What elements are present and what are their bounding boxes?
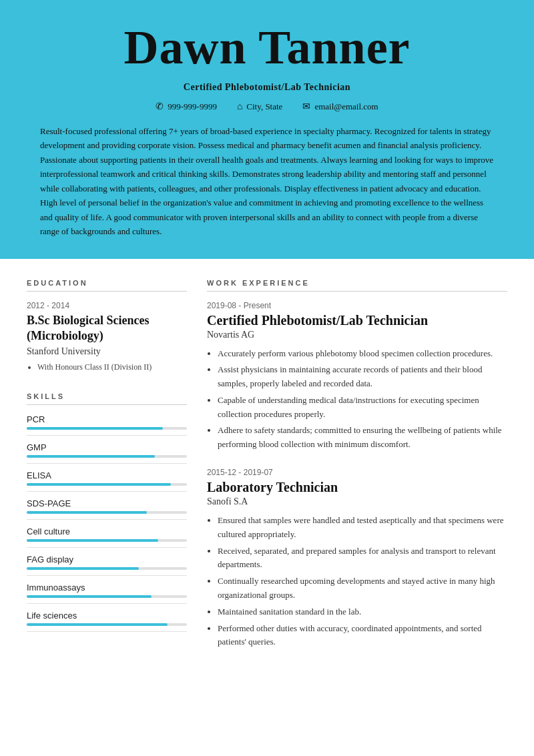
education-heading: EDUCATION: [27, 279, 187, 292]
skill-cell-culture: Cell culture: [27, 526, 187, 548]
email-text: email@email.com: [314, 101, 378, 112]
edu-school: Stanford University: [27, 346, 187, 357]
skill-sds-page: SDS-PAGE: [27, 498, 187, 520]
resume-body: EDUCATION 2012 - 2014 B.Sc Biological Sc…: [0, 259, 534, 686]
work-entry-1: 2019-08 - Present Certified Phlebotomist…: [207, 301, 507, 452]
location-contact: ⌂ City, State: [237, 101, 282, 112]
skill-life-sciences: Life sciences: [27, 611, 187, 632]
work-bullet: Received, separated, and prepared sample…: [218, 544, 507, 573]
work-bullets-2: Ensured that samples were handled and te…: [218, 514, 507, 649]
right-column: WORK EXPERIENCE 2019-08 - Present Certif…: [207, 279, 507, 666]
work-bullet: Maintained sanitation standard in the la…: [218, 605, 507, 619]
phone-contact: ✆ 999-999-9999: [156, 101, 217, 112]
contact-info: ✆ 999-999-9999 ⌂ City, State ✉ email@ema…: [40, 101, 494, 112]
work-title-1: Certified Phlebotomist/Lab Technician: [207, 313, 507, 328]
candidate-name: Dawn Tanner: [40, 20, 494, 75]
work-bullet: Assist physicians in maintaining accurat…: [218, 363, 507, 391]
phone-icon: ✆: [156, 101, 164, 112]
work-section: WORK EXPERIENCE 2019-08 - Present Certif…: [207, 279, 507, 650]
work-bullet: Performed other duties with accuracy, co…: [218, 622, 507, 650]
edu-degree: B.Sc Biological Sciences (Microbiology): [27, 313, 187, 344]
email-contact: ✉ email@email.com: [302, 101, 378, 112]
work-entry-2: 2015-12 - 2019-07 Laboratory Technician …: [207, 468, 507, 649]
work-bullet: Capable of understanding medical data/in…: [218, 394, 507, 422]
education-entry: 2012 - 2014 B.Sc Biological Sciences (Mi…: [27, 301, 187, 373]
work-company-2: Sanofi S.A: [207, 496, 507, 507]
work-dates-2: 2015-12 - 2019-07: [207, 468, 507, 477]
skill-elisa: ELISA: [27, 470, 187, 492]
work-bullet: Continually researched upcoming developm…: [218, 575, 507, 603]
work-bullet: Accurately perform various phlebotomy bl…: [218, 347, 507, 361]
skill-immunoassays: Immunoassays: [27, 583, 187, 604]
summary-text: Result-focused professional offering 7+ …: [40, 124, 494, 239]
left-column: EDUCATION 2012 - 2014 B.Sc Biological Sc…: [27, 279, 187, 666]
work-dates-1: 2019-08 - Present: [207, 301, 507, 310]
edu-honor-item: With Honours Class II (Division II): [37, 362, 187, 372]
candidate-title: Certified Phlebotomist/Lab Technician: [40, 82, 494, 93]
skills-heading: SKILLS: [27, 392, 187, 405]
education-section: EDUCATION 2012 - 2014 B.Sc Biological Sc…: [27, 279, 187, 373]
edu-dates: 2012 - 2014: [27, 301, 187, 310]
location-text: City, State: [246, 101, 282, 112]
skill-gmp: GMP: [27, 442, 187, 464]
location-icon: ⌂: [237, 101, 242, 112]
edu-honors-list: With Honours Class II (Division II): [37, 362, 187, 372]
work-heading: WORK EXPERIENCE: [207, 279, 507, 292]
work-bullets-1: Accurately perform various phlebotomy bl…: [218, 347, 507, 452]
work-title-2: Laboratory Technician: [207, 480, 507, 495]
resume-header: Dawn Tanner Certified Phlebotomist/Lab T…: [0, 0, 534, 259]
work-bullet: Adhere to safety standards; committed to…: [218, 424, 507, 452]
skill-pcr: PCR: [27, 414, 187, 436]
work-company-1: Novartis AG: [207, 330, 507, 340]
phone-number: 999-999-9999: [168, 101, 217, 112]
skill-fag-display: FAG display: [27, 554, 187, 576]
skills-section: SKILLS PCR GMP ELISA SDS-PAGE: [27, 392, 187, 632]
email-icon: ✉: [302, 101, 310, 112]
work-bullet: Ensured that samples were handled and te…: [218, 514, 507, 542]
